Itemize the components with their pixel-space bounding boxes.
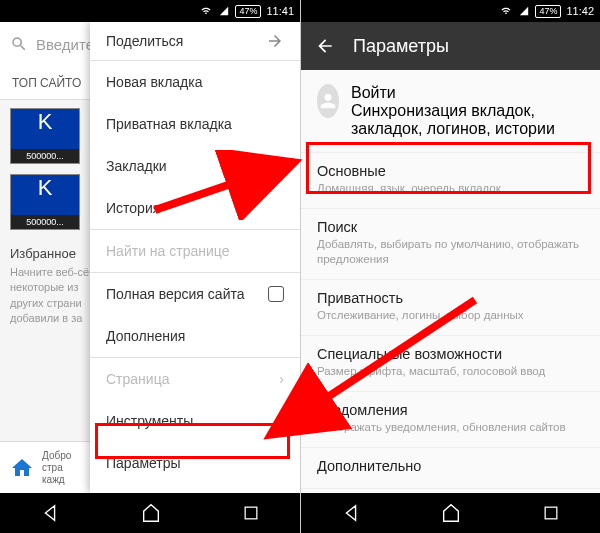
wifi-icon xyxy=(499,6,513,16)
forward-icon xyxy=(266,32,284,50)
status-bar: 47% 11:41 xyxy=(0,0,300,22)
setting-title: Приватность xyxy=(317,290,584,306)
thumbnail-caption: 500000... xyxy=(11,149,79,163)
checkbox-icon[interactable] xyxy=(268,286,284,302)
menu-new-tab[interactable]: Новая вкладка xyxy=(90,61,300,103)
settings-list: Войти Синхронизация вкладок, закладок, л… xyxy=(301,70,600,493)
menu-page: Страница› xyxy=(90,358,300,400)
site-thumbnail[interactable]: K 500000... xyxy=(10,108,80,164)
svg-rect-1 xyxy=(545,507,557,519)
home-nav-icon[interactable] xyxy=(440,502,462,524)
search-icon xyxy=(10,35,28,53)
back-arrow-icon[interactable] xyxy=(315,36,335,56)
signal-icon xyxy=(218,6,230,16)
clock: 11:41 xyxy=(266,5,294,17)
battery-indicator: 47% xyxy=(535,5,561,18)
setting-subtitle: Домашняя, язык, очередь вкладок xyxy=(317,181,584,196)
setting-general[interactable]: Основные Домашняя, язык, очередь вкладок xyxy=(301,153,600,209)
menu-share[interactable]: Поделиться xyxy=(90,22,300,60)
signal-icon xyxy=(518,6,530,16)
menu-find-in-page: Найти на странице xyxy=(90,230,300,272)
setting-title: Поиск xyxy=(317,219,584,235)
recent-icon[interactable] xyxy=(541,503,561,523)
phone-left: 47% 11:41 Введите запрос ТОП САЙТО K 500… xyxy=(0,0,300,533)
thumbnail-letter: K xyxy=(38,109,53,135)
back-icon[interactable] xyxy=(39,502,61,524)
setting-title: Специальные возможности xyxy=(317,346,584,362)
setting-title: Войти xyxy=(351,84,584,102)
tab-top-sites[interactable]: ТОП САЙТО xyxy=(12,76,81,90)
chevron-right-icon: › xyxy=(279,371,284,387)
phone-right: 47% 11:42 Параметры Войти Синхронизация … xyxy=(300,0,600,533)
thumbnail-caption: 500000... xyxy=(11,215,79,229)
menu-addons[interactable]: Дополнения xyxy=(90,315,300,357)
battery-indicator: 47% xyxy=(235,5,261,18)
menu-desktop-site[interactable]: Полная версия сайта xyxy=(90,273,300,315)
setting-subtitle: Отображать уведомления, обновления сайто… xyxy=(317,420,584,435)
svg-rect-0 xyxy=(245,507,257,519)
setting-title: Основные xyxy=(317,163,584,179)
setting-title: Уведомления xyxy=(317,402,584,418)
page-title: Параметры xyxy=(353,36,449,57)
home-icon xyxy=(10,456,34,480)
setting-privacy[interactable]: Приватность Отслеживание, логины, выбор … xyxy=(301,280,600,336)
menu-history[interactable]: История xyxy=(90,187,300,229)
recent-icon[interactable] xyxy=(241,503,261,523)
setting-subtitle: Размер шрифта, масштаб, голосовой ввод xyxy=(317,364,584,379)
setting-subtitle: Добавлять, выбирать по умолчанию, отобра… xyxy=(317,237,584,267)
back-icon[interactable] xyxy=(340,502,362,524)
setting-accessibility[interactable]: Специальные возможности Размер шрифта, м… xyxy=(301,336,600,392)
setting-notifications[interactable]: Уведомления Отображать уведомления, обно… xyxy=(301,392,600,448)
setting-subtitle: Синхронизация вкладок, закладок, логинов… xyxy=(351,102,584,138)
setting-title: Дополнительно xyxy=(317,458,584,474)
setting-signin[interactable]: Войти Синхронизация вкладок, закладок, л… xyxy=(301,70,600,153)
clock: 11:42 xyxy=(566,5,594,17)
menu-tools[interactable]: Инструменты› xyxy=(90,400,300,442)
setting-advanced[interactable]: Дополнительно xyxy=(301,448,600,489)
menu-settings[interactable]: Параметры xyxy=(90,442,300,484)
android-navbar xyxy=(301,493,600,533)
app-bar: Параметры xyxy=(301,22,600,70)
menu-private-tab[interactable]: Приватная вкладка xyxy=(90,103,300,145)
android-navbar xyxy=(0,493,300,533)
setting-subtitle: Отслеживание, логины, выбор данных xyxy=(317,308,584,323)
menu-help[interactable]: Справка xyxy=(90,484,300,493)
setting-search[interactable]: Поиск Добавлять, выбирать по умолчанию, … xyxy=(301,209,600,280)
thumbnail-letter: K xyxy=(38,175,53,201)
chevron-right-icon: › xyxy=(279,413,284,429)
avatar-icon xyxy=(317,84,339,118)
status-bar: 47% 11:42 xyxy=(301,0,600,22)
overflow-menu: Поделиться Новая вкладка Приватная вклад… xyxy=(90,22,300,493)
site-thumbnail[interactable]: K 500000... xyxy=(10,174,80,230)
home-nav-icon[interactable] xyxy=(140,502,162,524)
menu-bookmarks[interactable]: Закладки xyxy=(90,145,300,187)
wifi-icon xyxy=(199,6,213,16)
